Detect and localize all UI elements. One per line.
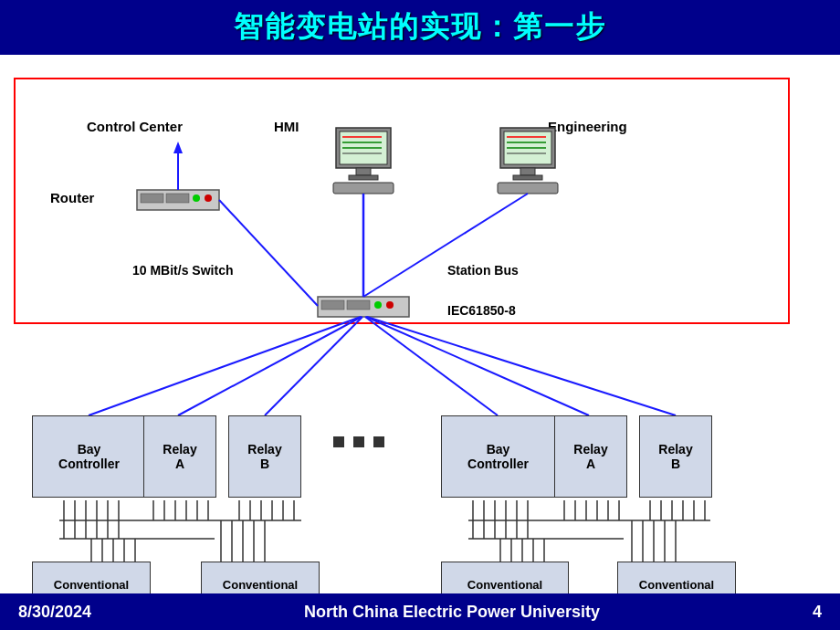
svg-rect-39 [333,436,344,447]
svg-point-22 [205,194,212,202]
svg-rect-27 [347,300,370,310]
svg-line-32 [219,200,318,306]
relay-b-right: Relay B [639,415,712,498]
svg-line-34 [178,317,362,415]
svg-point-21 [193,194,200,202]
relay-b-left: Relay B [228,415,301,498]
footer-date: 8/30/2024 [18,603,91,622]
svg-line-38 [367,317,676,415]
svg-line-33 [89,317,361,415]
relay-a-left: Relay A [143,415,216,498]
diagram-area: Control Center HMI Engineering Router 10… [0,55,840,593]
svg-rect-19 [141,194,163,203]
footer-page: 4 [813,603,822,622]
svg-rect-26 [321,300,344,310]
diagram-svg [0,55,840,593]
svg-rect-8 [333,183,394,194]
svg-rect-16 [513,175,542,180]
svg-rect-20 [166,194,189,203]
header: 智能变电站的实现：第一步 [0,0,840,55]
svg-rect-41 [373,436,384,447]
svg-rect-6 [356,168,371,175]
svg-line-35 [265,317,362,415]
relay-a-right: Relay A [554,415,627,498]
svg-line-31 [363,194,528,297]
svg-rect-7 [349,175,378,180]
svg-point-29 [386,301,394,309]
bay-controller-left: Bay Controller [32,415,146,498]
footer-university: North China Electric Power University [304,603,600,622]
footer: 8/30/2024 North China Electric Power Uni… [0,593,840,630]
svg-rect-15 [520,168,535,175]
svg-rect-17 [498,183,558,194]
page-title: 智能变电站的实现：第一步 [234,7,606,47]
svg-point-28 [374,301,382,309]
bay-controller-right: Bay Controller [441,415,555,498]
svg-marker-24 [173,142,183,153]
svg-rect-40 [353,436,364,447]
